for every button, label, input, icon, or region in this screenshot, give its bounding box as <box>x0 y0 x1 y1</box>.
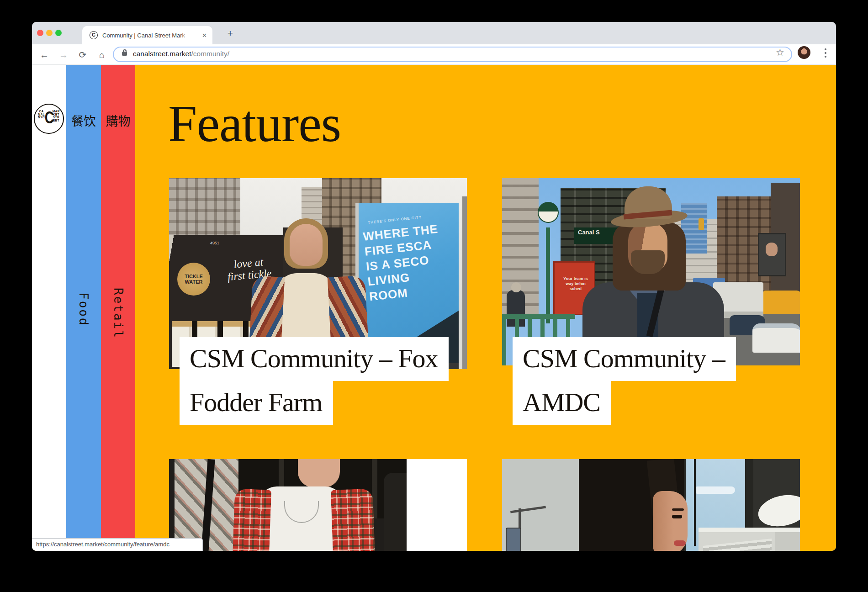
back-button[interactable]: ← <box>37 48 51 62</box>
traffic-signal <box>699 218 704 230</box>
pedestrian-head <box>511 282 521 292</box>
wall-device <box>506 528 521 551</box>
traffic-light-minimize[interactable] <box>46 30 53 36</box>
photo-billboard <box>758 233 786 276</box>
photo-white-panel <box>407 459 467 551</box>
new-tab-button[interactable]: + <box>224 27 237 40</box>
tab-title-fade <box>180 31 194 40</box>
card-title-line1: CSM Community – Fox <box>180 337 449 381</box>
feature-card-amdc[interactable]: Canal S Your team is way behin sched <box>502 178 800 492</box>
home-button[interactable]: ⌂ <box>95 48 109 62</box>
card-title-line1: CSM Community – <box>513 337 736 381</box>
tab-favicon-icon: C <box>90 31 98 39</box>
photo-frame-right <box>462 196 467 369</box>
plaid-shirt-left <box>229 489 271 551</box>
subway-railing-top <box>502 314 575 319</box>
traffic-light-close[interactable] <box>37 30 43 36</box>
blind-cord <box>694 459 696 546</box>
tab-close-icon[interactable]: ✕ <box>202 32 207 39</box>
nav-food-label[interactable]: Food <box>77 292 90 327</box>
card-photo <box>169 459 467 551</box>
feature-card-fox-fodder-farm[interactable]: 4951 TICKLE WATER love at first tickle T… <box>169 178 467 492</box>
card-title[interactable]: CSM Community – AMDC <box>513 337 736 425</box>
browser-window: C Community | Canal Street Mark ✕ + ← → … <box>32 22 836 551</box>
forward-button[interactable]: → <box>57 48 70 62</box>
status-url: https://canalstreet.market/community/fea… <box>36 541 169 548</box>
sky-cloud <box>694 486 735 494</box>
traffic-light-zoom[interactable] <box>55 30 62 36</box>
nav-retail-zh[interactable]: 購物 <box>101 111 135 129</box>
poster-kicker-text: THERE'S ONLY ONE CITY <box>368 215 422 225</box>
subway-lamp-pole <box>546 227 550 323</box>
nav-retail-label[interactable]: Retail <box>111 288 125 339</box>
sidebar-logo-column: CA NAL NYC C MAR KET STR EET <box>32 65 66 551</box>
woman-eyebrow <box>672 508 684 511</box>
person-chin <box>298 459 340 487</box>
tickle-water-badge-text: TICKLE WATER <box>177 263 210 296</box>
browser-toolbar: ← → ⟳ ⌂ canalstreet.market/community/ ☆ <box>32 44 836 65</box>
canal-street-market-logo[interactable]: CA NAL NYC C MAR KET STR EET <box>34 104 64 134</box>
billboard-figure <box>766 243 778 256</box>
air-conditioner <box>699 528 800 551</box>
card-title-line2: AMDC <box>513 381 611 425</box>
poster-text: WHERE THE FIRE ESCA IS A SECO LIVING ROO… <box>362 222 445 304</box>
url-text[interactable]: canalstreet.market/community/ <box>133 50 229 58</box>
ac-vents <box>703 539 772 551</box>
url-path: /community/ <box>191 50 230 58</box>
page-content: CA NAL NYC C MAR KET STR EET 餐饮 購物 Food … <box>32 65 836 551</box>
reload-button[interactable]: ⟳ <box>76 48 90 62</box>
bookmark-star-icon[interactable]: ☆ <box>776 47 784 58</box>
school-bus <box>763 291 800 314</box>
woman-eye <box>672 515 682 518</box>
feature-card-bottom-right[interactable] <box>502 459 800 551</box>
tab-bar: C Community | Canal Street Mark ✕ + <box>32 22 836 44</box>
status-bar: https://canalstreet.market/community/fea… <box>32 538 203 551</box>
red-poster-text: Your team is way behin sched <box>557 276 594 291</box>
man-beard <box>631 250 665 274</box>
ac-side-panel <box>775 532 800 551</box>
canal-st-sign: Canal S <box>574 227 618 244</box>
menu-dots-button[interactable] <box>821 48 830 59</box>
logo-right-text: MAR KET STR EET <box>53 110 60 122</box>
browser-tab[interactable]: C Community | Canal Street Mark ✕ <box>82 26 212 44</box>
url-bar[interactable]: canalstreet.market/community/ <box>113 47 792 62</box>
url-domain: canalstreet.market <box>133 50 191 58</box>
white-car <box>752 323 800 353</box>
profile-avatar[interactable] <box>798 46 810 59</box>
woman-lips <box>674 540 686 546</box>
card-photo <box>502 459 800 551</box>
card-title[interactable]: CSM Community – Fox Fodder Farm <box>180 337 449 425</box>
subway-lamp-globe <box>538 202 559 223</box>
woman-face <box>290 224 323 266</box>
machine-number: 4951 <box>210 241 219 245</box>
page-title: Features <box>168 98 341 150</box>
card-title-line2: Fodder Farm <box>180 381 333 425</box>
tickle-water-badge: TICKLE WATER <box>177 263 210 296</box>
feature-card-bottom-left[interactable] <box>169 459 467 551</box>
plaid-shirt-right <box>331 489 378 551</box>
lock-icon <box>122 52 127 56</box>
nav-food-zh[interactable]: 餐饮 <box>66 111 101 129</box>
